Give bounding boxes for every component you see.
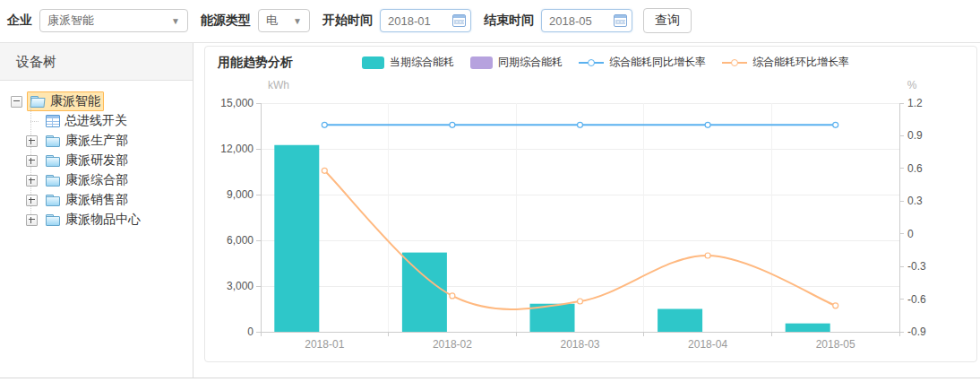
main-area: 用能趋势分析 当期综合能耗同期综合能耗综合能耗同比增长率综合能耗环比增长率 03… bbox=[193, 43, 980, 378]
svg-text:15,000: 15,000 bbox=[220, 97, 254, 109]
tree-node-label: 总进线开关 bbox=[64, 113, 127, 129]
tree-row: 康派生产部 bbox=[0, 131, 193, 151]
tree-node-label: 康派综合部 bbox=[65, 172, 128, 188]
chart-panel: 用能趋势分析 当期综合能耗同期综合能耗综合能耗同比增长率综合能耗环比增长率 03… bbox=[204, 46, 977, 362]
tree-node-label: 康派销售部 bbox=[65, 192, 128, 208]
tree-row: 康派综合部 bbox=[0, 170, 193, 190]
toolbar: 企业 康派智能 ▼ 能源类型 电 ▼ 开始时间 2018-01 结束时间 201… bbox=[0, 0, 980, 41]
svg-text:2018-05: 2018-05 bbox=[816, 338, 855, 351]
legend-line-marker bbox=[579, 62, 604, 64]
legend-line-marker bbox=[722, 62, 747, 64]
end-date-value: 2018-05 bbox=[549, 14, 592, 28]
folder-icon bbox=[46, 214, 61, 226]
expand-plus-icon[interactable] bbox=[26, 214, 38, 226]
chart-canvas: 03,0006,0009,00012,00015,000-0.9-0.6-0.3… bbox=[205, 47, 976, 361]
tree-row: 康派研发部 bbox=[0, 151, 193, 170]
enterprise-label: 企业 bbox=[7, 13, 32, 29]
svg-text:6,000: 6,000 bbox=[227, 234, 254, 247]
legend-label: 综合能耗环比增长率 bbox=[752, 55, 849, 70]
svg-text:2018-02: 2018-02 bbox=[433, 338, 472, 351]
energy-type-select[interactable]: 电 ▼ bbox=[258, 9, 310, 32]
svg-text:2018-04: 2018-04 bbox=[688, 338, 727, 351]
svg-text:0.3: 0.3 bbox=[907, 195, 923, 207]
tree-row: 总进线开关 bbox=[0, 111, 193, 131]
tree-row: 康派物品中心 bbox=[0, 210, 193, 230]
query-button[interactable]: 查询 bbox=[643, 8, 692, 33]
legend-item-2[interactable]: 同期综合能耗 bbox=[470, 55, 563, 70]
svg-text:kWh: kWh bbox=[268, 79, 289, 91]
tree-node[interactable]: 康派物品中心 bbox=[42, 210, 144, 230]
chevron-down-icon: ▼ bbox=[171, 16, 180, 26]
calendar-icon[interactable] bbox=[452, 14, 466, 27]
legend-label: 同期综合能耗 bbox=[498, 55, 563, 70]
expand-plus-icon[interactable] bbox=[26, 135, 38, 147]
svg-text:0: 0 bbox=[247, 326, 254, 338]
svg-text:0: 0 bbox=[907, 228, 914, 240]
svg-text:2018-03: 2018-03 bbox=[560, 338, 599, 351]
svg-text:2018-01: 2018-01 bbox=[305, 338, 344, 351]
tree-node[interactable]: 康派智能 bbox=[27, 91, 104, 111]
svg-text:3,000: 3,000 bbox=[227, 280, 254, 292]
app-root: 企业 康派智能 ▼ 能源类型 电 ▼ 开始时间 2018-01 结束时间 201… bbox=[0, 0, 980, 382]
start-date-value: 2018-01 bbox=[388, 14, 431, 28]
folder-icon bbox=[46, 195, 61, 206]
legend-item-3[interactable]: 综合能耗同比增长率 bbox=[579, 55, 706, 70]
tree-row: 康派智能 bbox=[0, 91, 193, 111]
folder-open-icon bbox=[30, 96, 46, 108]
svg-text:0.6: 0.6 bbox=[907, 162, 923, 175]
device-tree-sidebar: 设备树 康派智能总进线开关康派生产部康派研发部康派综合部康派销售部康派物品中心 bbox=[0, 43, 193, 378]
expand-plus-icon[interactable] bbox=[26, 155, 38, 167]
start-date-input[interactable]: 2018-01 bbox=[380, 9, 471, 32]
svg-text:-0.6: -0.6 bbox=[907, 293, 926, 306]
svg-text:%: % bbox=[907, 79, 917, 91]
folder-icon bbox=[46, 175, 61, 187]
tree-row: 康派销售部 bbox=[0, 190, 193, 210]
legend-label: 综合能耗同比增长率 bbox=[609, 55, 706, 70]
tree-node-label: 康派研发部 bbox=[65, 152, 128, 169]
grid-icon bbox=[46, 115, 60, 127]
folder-icon bbox=[46, 155, 61, 167]
legend-item-4[interactable]: 综合能耗环比增长率 bbox=[722, 55, 849, 70]
svg-text:0.9: 0.9 bbox=[907, 129, 923, 142]
tree-node-label: 康派生产部 bbox=[65, 133, 128, 149]
tree-node[interactable]: 康派销售部 bbox=[42, 190, 132, 210]
legend-label: 当期综合能耗 bbox=[390, 55, 454, 70]
sidebar-title: 设备树 bbox=[0, 43, 193, 81]
enterprise-select[interactable]: 康派智能 ▼ bbox=[39, 9, 188, 32]
device-tree: 康派智能总进线开关康派生产部康派研发部康派综合部康派销售部康派物品中心 bbox=[0, 81, 193, 230]
calendar-icon[interactable] bbox=[614, 14, 627, 27]
chart-title: 用能趋势分析 bbox=[218, 55, 293, 71]
svg-text:-0.9: -0.9 bbox=[907, 326, 926, 338]
svg-text:1.2: 1.2 bbox=[907, 97, 923, 109]
energy-type-select-value: 电 bbox=[266, 13, 278, 29]
expand-plus-icon[interactable] bbox=[26, 175, 38, 187]
tree-node[interactable]: 康派生产部 bbox=[42, 131, 132, 151]
legend-bar-swatch bbox=[362, 56, 384, 69]
tree-node[interactable]: 康派研发部 bbox=[42, 151, 132, 170]
collapse-minus-icon[interactable] bbox=[11, 96, 22, 108]
start-time-label: 开始时间 bbox=[322, 13, 373, 29]
energy-type-label: 能源类型 bbox=[201, 13, 251, 29]
content-area: 设备树 康派智能总进线开关康派生产部康派研发部康派综合部康派销售部康派物品中心 … bbox=[0, 42, 980, 378]
tree-node-label: 康派物品中心 bbox=[65, 212, 141, 228]
chevron-down-icon: ▼ bbox=[293, 16, 302, 26]
tree-node[interactable]: 总进线开关 bbox=[42, 111, 131, 131]
end-date-input[interactable]: 2018-05 bbox=[541, 9, 632, 32]
svg-text:9,000: 9,000 bbox=[227, 188, 254, 201]
legend-item-1[interactable]: 当期综合能耗 bbox=[362, 55, 454, 70]
tree-node[interactable]: 康派综合部 bbox=[42, 170, 132, 190]
legend-bar-swatch bbox=[470, 56, 493, 69]
svg-text:-0.3: -0.3 bbox=[907, 260, 926, 273]
chart-legend: 当期综合能耗同期综合能耗综合能耗同比增长率综合能耗环比增长率 bbox=[362, 55, 849, 70]
end-time-label: 结束时间 bbox=[484, 13, 534, 29]
enterprise-select-value: 康派智能 bbox=[47, 13, 94, 29]
folder-icon bbox=[46, 135, 61, 147]
expand-plus-icon[interactable] bbox=[26, 195, 38, 206]
svg-text:12,000: 12,000 bbox=[220, 143, 254, 155]
tree-node-label: 康派智能 bbox=[50, 93, 100, 109]
